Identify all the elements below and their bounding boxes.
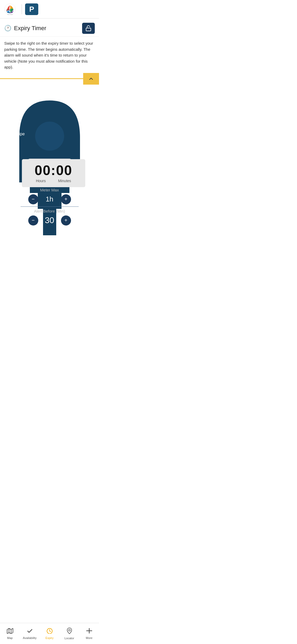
collapse-button[interactable] (83, 73, 99, 85)
separator-row (0, 73, 99, 85)
perth-logo: CITY OF PERTH City of Light P (4, 3, 38, 15)
alert-label: Alert Before (Min) (21, 209, 79, 213)
svg-text:City of Light: City of Light (7, 14, 13, 15)
timer-digits: 00:00 (30, 163, 77, 177)
meter-max-decrement-button[interactable]: − (28, 194, 38, 204)
meter-max-label: Meter Max (21, 188, 79, 192)
svg-text:CITY OF: CITY OF (6, 9, 14, 11)
alert-increment-icon: + (64, 217, 68, 223)
swipe-label[interactable]: → Swipe (7, 132, 25, 136)
header-logo-bar: CITY OF PERTH City of Light P (0, 0, 99, 19)
page-header: 🕐 Expiry Timer (0, 19, 99, 37)
logo-divider (22, 4, 22, 14)
timer-display-wrapper: 00:00 Hours Minutes (22, 159, 77, 187)
lock-button[interactable] (82, 23, 95, 34)
svg-rect-4 (86, 28, 91, 31)
decrement-icon: − (32, 196, 35, 202)
svg-point-5 (35, 122, 64, 151)
meter-max-increment-button[interactable]: + (61, 194, 71, 204)
separator-line (0, 78, 83, 79)
swipe-text: Swipe (13, 132, 25, 136)
meter-max-row: − 1h + (21, 194, 79, 204)
meter-body: → Swipe 00:00 Hours Minutes Meter Max − … (0, 85, 99, 238)
alert-value: 30 (43, 215, 56, 225)
minutes-label: Minutes (58, 179, 71, 183)
controls-divider (21, 206, 79, 207)
parking-logo-icon: P (25, 3, 38, 15)
meter-max-controls: Meter Max − 1h + Alert Before (Min) − 30… (21, 188, 79, 227)
meter-max-value: 1h (43, 195, 56, 203)
meter-area: → Swipe 00:00 Hours Minutes Meter Max − … (0, 85, 99, 238)
svg-text:PERTH: PERTH (7, 12, 13, 13)
alert-decrement-button[interactable]: − (28, 215, 38, 226)
arrow-right-icon: → (7, 132, 12, 136)
alert-row: − 30 + (21, 215, 79, 226)
chevron-up-icon (88, 76, 94, 82)
timer-box[interactable]: 00:00 Hours Minutes (22, 159, 85, 187)
city-of-perth-icon: CITY OF PERTH City of Light (4, 3, 18, 15)
lock-icon (85, 25, 92, 31)
page-header-left: 🕐 Expiry Timer (4, 25, 46, 32)
hours-label: Hours (36, 179, 46, 183)
description-text: Swipe to the right on the expiry timer t… (0, 37, 99, 73)
timer-labels: Hours Minutes (30, 179, 77, 183)
alert-increment-button[interactable]: + (61, 215, 71, 226)
clock-icon: 🕐 (4, 25, 11, 32)
increment-icon: + (64, 196, 68, 202)
alert-decrement-icon: − (32, 217, 35, 223)
description-paragraph: Swipe to the right on the expiry timer t… (4, 40, 95, 70)
page-title: Expiry Timer (14, 25, 46, 32)
